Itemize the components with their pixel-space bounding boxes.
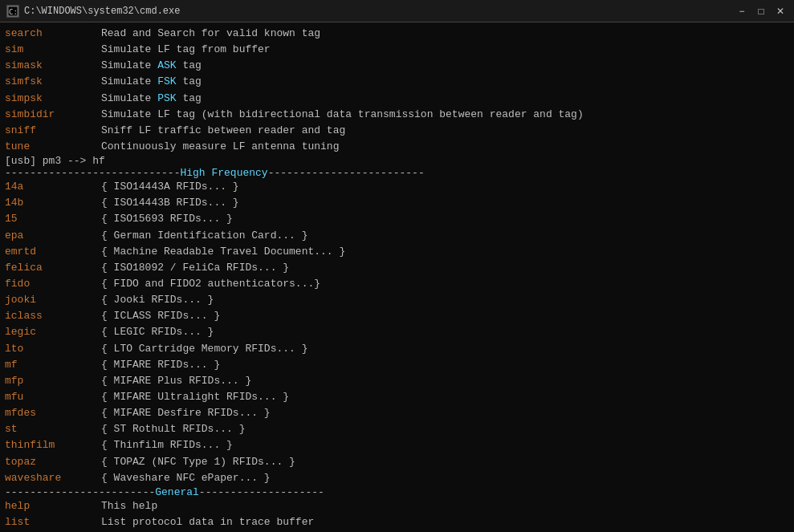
divider-left: ---------------------------- — [5, 167, 180, 179]
table-row: jooki { Jooki RFIDs... } — [5, 292, 789, 308]
prompt-line: [usb] pm3 --> hf — [5, 155, 789, 167]
gen-section-divider: ------------------------ General -------… — [5, 486, 789, 498]
table-row: st { ST Rothult RFIDs... } — [5, 421, 789, 437]
command-desc: This help — [101, 498, 157, 514]
command-desc: Continuously measure LF antenna tuning — [101, 139, 339, 155]
command-label: fido — [5, 276, 101, 292]
table-row: topaz { TOPAZ (NFC Type 1) RFIDs... } — [5, 454, 789, 470]
minimize-button[interactable]: − — [735, 4, 749, 18]
table-row: 14b { ISO14443B RFIDs... } — [5, 195, 789, 211]
command-desc: { MIFARE RFIDs... } — [101, 357, 220, 373]
command-desc: { LEGIC RFIDs... } — [101, 324, 214, 340]
command-label: help — [5, 498, 101, 514]
command-desc: { ISO14443B RFIDs... } — [101, 195, 239, 211]
svg-text:C:: C: — [9, 8, 18, 16]
command-label: mf — [5, 357, 101, 373]
command-desc: Simulate PSK tag — [101, 91, 202, 107]
table-row: 15 { ISO15693 RFIDs... } — [5, 211, 789, 227]
command-label: simbidir — [5, 107, 101, 123]
command-label: felica — [5, 260, 101, 276]
command-desc: Read and Search for valid known tag — [101, 26, 320, 42]
maximize-button[interactable]: □ — [754, 4, 768, 18]
table-row: legic { LEGIC RFIDs... } — [5, 324, 789, 340]
command-label: st — [5, 421, 101, 437]
command-desc: { Machine Readable Travel Document... } — [101, 244, 345, 260]
command-label: 14a — [5, 179, 101, 195]
command-desc: Simulate ASK tag — [101, 58, 202, 74]
command-label: simask — [5, 58, 101, 74]
table-row: 14a { ISO14443A RFIDs... } — [5, 179, 789, 195]
command-desc: { MIFARE Ultralight RFIDs... } — [101, 389, 289, 405]
table-row: mfdes { MIFARE Desfire RFIDs... } — [5, 405, 789, 421]
divider-left: ------------------------ — [5, 486, 155, 498]
command-desc: { Waveshare NFC ePaper... } — [101, 470, 271, 486]
table-row: tune Continuously measure LF antenna tun… — [5, 139, 789, 155]
title-bar-controls: − □ ✕ — [735, 4, 788, 18]
command-desc: { German Identification Card... } — [101, 228, 307, 244]
table-row: waveshare { Waveshare NFC ePaper... } — [5, 470, 789, 486]
table-row: epa { German Identification Card... } — [5, 228, 789, 244]
command-desc: { ISO18092 / FeliCa RFIDs... } — [101, 260, 289, 276]
command-desc: { MIFARE Desfire RFIDs... } — [101, 405, 271, 421]
command-desc: Simulate LF tag (with bidirectional data… — [101, 107, 584, 123]
table-row: sniff Sniff LF traffic between reader an… — [5, 123, 789, 139]
command-label: emrtd — [5, 244, 101, 260]
command-desc: { TOPAZ (NFC Type 1) RFIDs... } — [101, 454, 295, 470]
command-label: 15 — [5, 211, 101, 227]
command-desc: { ISO14443A RFIDs... } — [101, 179, 239, 195]
command-desc: { ST Rothult RFIDs... } — [101, 421, 245, 437]
title-bar: C: C:\WINDOWS\system32\cmd.exe − □ ✕ — [0, 0, 794, 22]
command-label: list — [5, 514, 101, 530]
command-desc: { Thinfilm RFIDs... } — [101, 437, 233, 453]
command-desc: Simulate LF tag from buffer — [101, 42, 271, 58]
command-desc: Simulate FSK tag — [101, 74, 202, 90]
highlight-fsk: FSK — [157, 75, 176, 87]
table-row: felica { ISO18092 / FeliCa RFIDs... } — [5, 260, 789, 276]
command-label: tune — [5, 139, 101, 155]
close-button[interactable]: ✕ — [773, 4, 788, 18]
hf-section-title: High Frequency — [180, 167, 267, 179]
terminal-output: search Read and Search for valid known t… — [0, 22, 794, 532]
command-label: topaz — [5, 454, 101, 470]
command-label: sim — [5, 42, 101, 58]
command-label: simpsk — [5, 91, 101, 107]
command-desc: { ISO15693 RFIDs... } — [101, 211, 233, 227]
divider-right: ------------------------- — [268, 167, 425, 179]
table-row: sim Simulate LF tag from buffer — [5, 42, 789, 58]
cmd-icon: C: — [6, 5, 19, 18]
gen-section-title: General — [155, 486, 199, 498]
command-label: thinfilm — [5, 437, 101, 453]
highlight-psk: PSK — [157, 92, 176, 104]
highlight-ask: ASK — [157, 59, 176, 71]
command-label: epa — [5, 228, 101, 244]
table-row: emrtd { Machine Readable Travel Document… — [5, 244, 789, 260]
table-row: simfsk Simulate FSK tag — [5, 74, 789, 90]
command-label: legic — [5, 324, 101, 340]
window-title: C:\WINDOWS\system32\cmd.exe — [24, 6, 180, 17]
divider-right: -------------------- — [199, 486, 324, 498]
table-row: help This help — [5, 498, 789, 514]
command-label: jooki — [5, 292, 101, 308]
command-label: 14b — [5, 195, 101, 211]
command-desc: { Jooki RFIDs... } — [101, 292, 214, 308]
table-row: simpsk Simulate PSK tag — [5, 91, 789, 107]
table-row: search Read and Search for valid known t… — [5, 26, 789, 42]
table-row: list List protocol data in trace buffer — [5, 514, 789, 530]
table-row: mfu { MIFARE Ultralight RFIDs... } — [5, 389, 789, 405]
command-desc: { MIFARE Plus RFIDs... } — [101, 373, 251, 389]
command-label: mfu — [5, 389, 101, 405]
table-row: thinfilm { Thinfilm RFIDs... } — [5, 437, 789, 453]
table-row: mf { MIFARE RFIDs... } — [5, 357, 789, 373]
command-label: mfp — [5, 373, 101, 389]
prompt-text: [usb] pm3 --> hf — [5, 155, 105, 167]
command-desc: { FIDO and FIDO2 authenticators...} — [101, 276, 320, 292]
window-container: C: C:\WINDOWS\system32\cmd.exe − □ ✕ sea… — [0, 0, 794, 532]
command-label: iclass — [5, 308, 101, 324]
command-label: lto — [5, 341, 101, 357]
command-label: sniff — [5, 123, 101, 139]
command-desc: { ICLASS RFIDs... } — [101, 308, 220, 324]
table-row: simask Simulate ASK tag — [5, 58, 789, 74]
table-row: mfp { MIFARE Plus RFIDs... } — [5, 373, 789, 389]
table-row: iclass { ICLASS RFIDs... } — [5, 308, 789, 324]
command-desc: { LTO Cartridge Memory RFIDs... } — [101, 341, 307, 357]
